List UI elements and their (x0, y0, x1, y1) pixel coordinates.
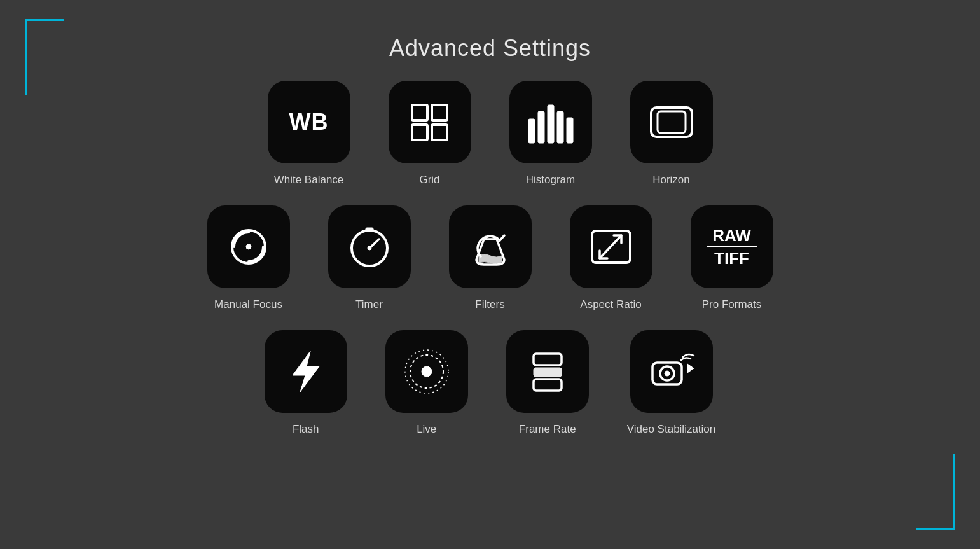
page-title: Advanced Settings (0, 0, 980, 81)
grid-item[interactable]: Grid (389, 81, 471, 186)
white-balance-icon-box: WB (268, 81, 350, 163)
aspect-ratio-icon-box (570, 205, 652, 288)
raw-tiff-icon: RAW TIFF (707, 227, 757, 267)
video-stabilization-icon-box (630, 330, 713, 413)
grid-icon (406, 99, 453, 146)
flash-icon (284, 346, 328, 397)
white-balance-label: White Balance (274, 174, 344, 186)
svg-rect-5 (538, 111, 544, 143)
aspect-ratio-item[interactable]: Aspect Ratio (570, 205, 652, 311)
svg-marker-30 (687, 364, 694, 373)
filters-icon-box (449, 205, 532, 288)
svg-rect-26 (534, 379, 562, 391)
frame-rate-icon (522, 346, 573, 397)
timer-icon (344, 221, 395, 272)
horizon-icon-box (630, 81, 713, 163)
grid-label: Grid (419, 174, 439, 186)
grid-row-2: Manual Focus Timer (207, 205, 773, 311)
grid-row-3: Flash Live (265, 330, 716, 436)
white-balance-item[interactable]: WB White Balance (268, 81, 350, 186)
histogram-icon (525, 100, 576, 144)
svg-rect-0 (412, 105, 427, 120)
video-stabilization-label: Video Stabilization (627, 423, 716, 436)
live-icon-box (385, 330, 468, 413)
svg-rect-24 (534, 354, 562, 365)
svg-rect-16 (366, 228, 373, 231)
frame-rate-item[interactable]: Frame Rate (506, 330, 589, 436)
svg-rect-25 (534, 368, 562, 377)
pro-formats-label: Pro Formats (702, 298, 762, 311)
manual-focus-item[interactable]: Manual Focus (207, 205, 290, 311)
filters-item[interactable]: Filters (449, 205, 532, 311)
svg-rect-6 (548, 105, 554, 143)
svg-line-19 (600, 235, 621, 258)
flash-item[interactable]: Flash (265, 330, 347, 436)
svg-rect-1 (432, 105, 447, 120)
horizon-label: Horizon (652, 174, 690, 186)
video-stabilization-icon (646, 346, 697, 397)
svg-rect-8 (567, 118, 573, 143)
aspect-ratio-label: Aspect Ratio (580, 298, 641, 311)
corner-decoration-bottom-right (916, 454, 955, 530)
timer-item[interactable]: Timer (328, 205, 411, 311)
svg-rect-4 (528, 119, 535, 143)
horizon-icon (646, 100, 697, 144)
frame-rate-icon-box (506, 330, 589, 413)
grid-icon-box (389, 81, 471, 163)
timer-icon-box (328, 205, 411, 288)
histogram-icon-box (509, 81, 592, 163)
svg-point-21 (422, 366, 432, 377)
live-item[interactable]: Live (385, 330, 468, 436)
filters-label: Filters (475, 298, 504, 311)
grid-row-1: WB White Balance Grid (268, 81, 713, 186)
frame-rate-label: Frame Rate (519, 423, 576, 436)
timer-label: Timer (355, 298, 383, 311)
manual-focus-label: Manual Focus (214, 298, 282, 311)
histogram-label: Histogram (526, 174, 575, 186)
svg-point-17 (368, 246, 371, 250)
pro-formats-item[interactable]: RAW TIFF Pro Formats (691, 205, 773, 311)
svg-rect-7 (557, 111, 563, 143)
pro-formats-icon-box: RAW TIFF (691, 205, 773, 288)
corner-decoration-top-left (25, 19, 64, 95)
live-label: Live (417, 423, 436, 436)
settings-grid: WB White Balance Grid (0, 81, 980, 455)
aspect-ratio-icon (586, 221, 637, 272)
filters-icon (465, 221, 516, 272)
svg-rect-2 (412, 125, 427, 140)
svg-rect-3 (432, 125, 447, 140)
histogram-item[interactable]: Histogram (509, 81, 592, 186)
wb-icon: WB (289, 109, 329, 136)
horizon-item[interactable]: Horizon (630, 81, 713, 186)
svg-rect-11 (658, 111, 686, 133)
svg-marker-20 (293, 351, 319, 392)
svg-point-13 (246, 244, 251, 249)
live-icon (401, 346, 452, 397)
svg-point-29 (665, 371, 670, 376)
video-stabilization-item[interactable]: Video Stabilization (627, 330, 716, 436)
manual-focus-icon (223, 221, 274, 272)
manual-focus-icon-box (207, 205, 290, 288)
flash-icon-box (265, 330, 347, 413)
flash-label: Flash (293, 423, 319, 436)
